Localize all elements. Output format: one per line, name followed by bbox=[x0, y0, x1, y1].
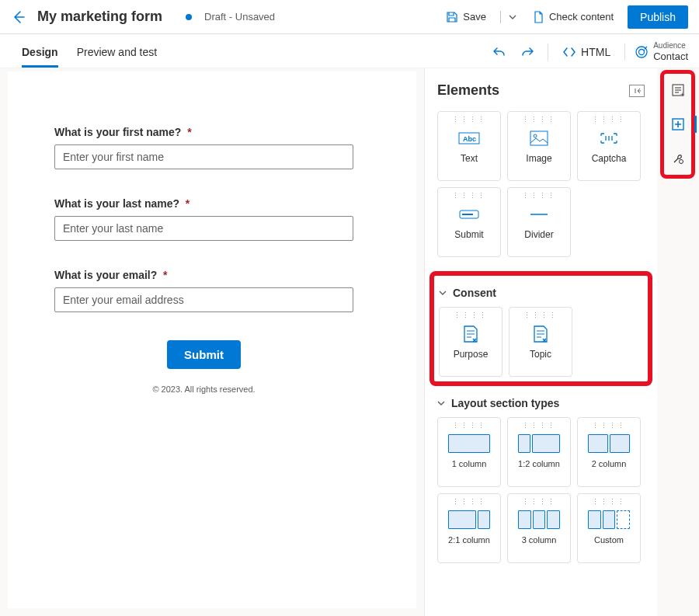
button-icon bbox=[459, 208, 479, 221]
layout-2-column[interactable]: ⋮⋮⋮⋮ 2 column bbox=[577, 417, 641, 487]
document-check-icon bbox=[532, 11, 544, 23]
form-fields-icon: + bbox=[671, 83, 685, 97]
copyright-text: © 2023. All rights reserved. bbox=[54, 385, 353, 394]
element-submit[interactable]: ⋮⋮⋮⋮ Submit bbox=[437, 187, 501, 257]
layout-label: 3 column bbox=[522, 535, 557, 545]
save-icon bbox=[446, 11, 458, 23]
form-field[interactable]: What is your last name? * Enter your las… bbox=[54, 197, 353, 241]
undo-button[interactable] bbox=[489, 41, 510, 63]
layout-label: 1 column bbox=[452, 459, 487, 468]
chevron-down-icon bbox=[437, 399, 445, 407]
element-purpose[interactable]: ⋮⋮⋮⋮ Purpose bbox=[439, 307, 503, 377]
grip-icon: ⋮⋮⋮⋮ bbox=[522, 117, 556, 124]
text-icon: Abc bbox=[458, 131, 480, 146]
section-label: Consent bbox=[453, 287, 496, 299]
redo-icon bbox=[520, 45, 534, 59]
layout-label: 1:2 column bbox=[518, 459, 560, 468]
divider-icon bbox=[529, 208, 549, 221]
layouts-grid: ⋮⋮⋮⋮ 1 column ⋮⋮⋮⋮ 1:2 column ⋮⋮⋮⋮ 2 col… bbox=[437, 417, 645, 563]
layout-3-column[interactable]: ⋮⋮⋮⋮ 3 column bbox=[507, 493, 571, 563]
audience-value: Contact bbox=[653, 50, 688, 62]
audience-selector[interactable]: Audience Contact bbox=[635, 42, 688, 62]
svg-text:+: + bbox=[680, 91, 684, 97]
grip-icon: ⋮⋮⋮⋮ bbox=[523, 312, 558, 319]
text-input[interactable]: Enter your email address bbox=[54, 287, 353, 312]
chevron-down-icon bbox=[509, 13, 516, 21]
back-button[interactable] bbox=[8, 6, 30, 28]
grip-icon: ⋮⋮⋮⋮ bbox=[452, 117, 486, 124]
html-button[interactable]: HTML bbox=[558, 42, 615, 62]
field-label: What is your email? * bbox=[54, 269, 353, 281]
check-label: Check content bbox=[549, 11, 614, 23]
captcha-icon bbox=[599, 131, 619, 146]
grip-icon: ⋮⋮⋮⋮ bbox=[522, 423, 556, 430]
tabs-row: Design Preview and test HTML Audience Co… bbox=[0, 34, 699, 68]
divider bbox=[548, 44, 548, 61]
layout-1-2-column[interactable]: ⋮⋮⋮⋮ 1:2 column bbox=[507, 417, 571, 487]
grip-icon: ⋮⋮⋮⋮ bbox=[452, 499, 486, 506]
form-field[interactable]: What is your email? * Enter your email a… bbox=[54, 269, 353, 312]
form-field[interactable]: What is your first name? * Enter your fi… bbox=[54, 126, 353, 169]
element-captcha[interactable]: ⋮⋮⋮⋮ Captcha bbox=[577, 111, 641, 181]
save-dropdown[interactable] bbox=[509, 10, 518, 24]
element-text[interactable]: ⋮⋮⋮⋮ Abc Text bbox=[437, 111, 501, 181]
element-topic[interactable]: ⋮⋮⋮⋮ Topic bbox=[509, 307, 572, 377]
field-label: What is your first name? * bbox=[54, 126, 353, 138]
elements-panel: Elements ⋮⋮⋮⋮ Abc Text ⋮⋮⋮⋮ Image ⋮⋮⋮⋮ C… bbox=[424, 68, 657, 616]
rail-elements-button[interactable] bbox=[666, 113, 690, 136]
form-submit-button[interactable]: Submit bbox=[167, 340, 241, 369]
section-layout-header[interactable]: Layout section types bbox=[437, 397, 645, 409]
consent-form-icon bbox=[462, 325, 479, 343]
rail-settings-button[interactable] bbox=[666, 147, 690, 170]
element-image[interactable]: ⋮⋮⋮⋮ Image bbox=[507, 111, 571, 181]
svg-rect-7 bbox=[462, 214, 473, 215]
check-content-button[interactable]: Check content bbox=[526, 7, 620, 27]
target-icon bbox=[635, 45, 649, 59]
svg-text:Abc: Abc bbox=[463, 135, 476, 143]
section-label: Layout section types bbox=[451, 397, 559, 409]
grip-icon: ⋮⋮⋮⋮ bbox=[522, 499, 556, 506]
element-label: Purpose bbox=[454, 349, 489, 360]
tab-preview[interactable]: Preview and test bbox=[77, 38, 158, 68]
element-label: Divider bbox=[524, 229, 553, 240]
status-text: Draft - Unsaved bbox=[204, 11, 275, 23]
right-rail: + bbox=[657, 68, 699, 616]
audience-caption: Audience bbox=[653, 42, 688, 50]
save-button[interactable]: Save bbox=[440, 7, 492, 27]
grip-icon: ⋮⋮⋮⋮ bbox=[592, 499, 626, 506]
collapse-panel-button[interactable] bbox=[629, 85, 645, 97]
add-element-icon bbox=[671, 117, 685, 131]
form-canvas-inner[interactable]: What is your first name? * Enter your fi… bbox=[8, 71, 416, 608]
layout-custom[interactable]: ⋮⋮⋮⋮ Custom bbox=[577, 493, 641, 563]
rail-form-fields-button[interactable]: + bbox=[666, 78, 690, 102]
wrench-icon bbox=[671, 151, 685, 165]
layout-1-column[interactable]: ⋮⋮⋮⋮ 1 column bbox=[437, 417, 501, 487]
section-consent-header[interactable]: Consent bbox=[439, 287, 643, 299]
grip-icon: ⋮⋮⋮⋮ bbox=[522, 193, 556, 200]
collapse-icon bbox=[632, 87, 642, 95]
grip-icon: ⋮⋮⋮⋮ bbox=[452, 423, 486, 430]
publish-button[interactable]: Publish bbox=[628, 5, 688, 29]
text-input[interactable]: Enter your last name bbox=[54, 216, 353, 241]
layout-2-1-column[interactable]: ⋮⋮⋮⋮ 2:1 column bbox=[437, 493, 501, 563]
image-icon bbox=[530, 131, 548, 146]
layout-label: 2:1 column bbox=[448, 535, 490, 545]
page-title: My marketing form bbox=[37, 9, 162, 25]
grip-icon: ⋮⋮⋮⋮ bbox=[592, 117, 626, 124]
chevron-down-icon bbox=[439, 289, 447, 297]
element-divider[interactable]: ⋮⋮⋮⋮ Divider bbox=[507, 187, 571, 257]
element-label: Image bbox=[526, 153, 551, 164]
workspace: What is your first name? * Enter your fi… bbox=[0, 68, 699, 616]
arrow-left-icon bbox=[11, 9, 26, 25]
svg-rect-4 bbox=[530, 131, 548, 145]
rail-highlight: + bbox=[660, 70, 695, 179]
tab-design[interactable]: Design bbox=[22, 38, 58, 68]
consent-form-icon bbox=[532, 325, 549, 343]
panel-title: Elements bbox=[437, 82, 629, 99]
grip-icon: ⋮⋮⋮⋮ bbox=[592, 423, 626, 430]
elements-grid: ⋮⋮⋮⋮ Abc Text ⋮⋮⋮⋮ Image ⋮⋮⋮⋮ Captcha ⋮⋮… bbox=[437, 111, 645, 257]
text-input[interactable]: Enter your first name bbox=[54, 144, 353, 169]
svg-point-12 bbox=[679, 160, 683, 164]
layout-label: 2 column bbox=[592, 459, 627, 468]
redo-button[interactable] bbox=[516, 41, 538, 63]
